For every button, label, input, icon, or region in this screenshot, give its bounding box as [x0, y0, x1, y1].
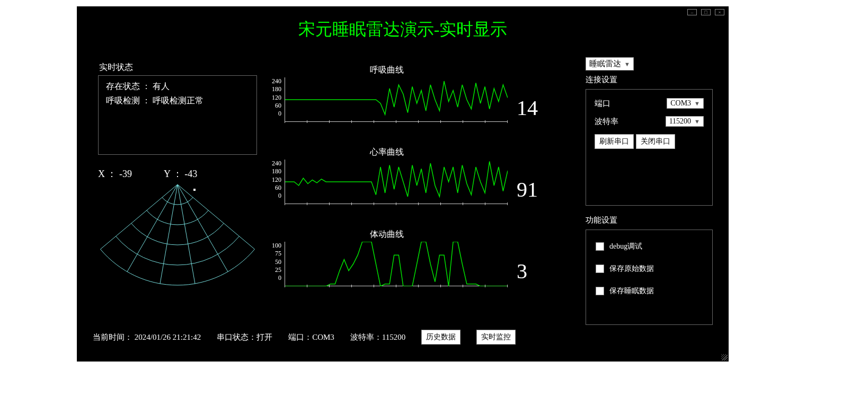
- port-select[interactable]: COM3 ▼: [667, 98, 704, 109]
- svg-line-5: [178, 184, 255, 249]
- baud-value: 115200: [669, 117, 691, 126]
- radar-fan-chart: [98, 179, 257, 290]
- serial-status-label: 串口状态：: [217, 333, 256, 341]
- realtime-status-label: 实时状态: [99, 62, 133, 73]
- save-raw-checkbox-label: 保存原始数据: [609, 264, 654, 274]
- close-serial-button[interactable]: 关闭串口: [636, 134, 675, 149]
- time-label: 当前时间：: [93, 333, 132, 341]
- page-title: 宋元睡眠雷达演示-实时显示: [77, 18, 729, 41]
- status-bar: 当前时间： 2024/01/26 21:21:42 串口状态：打开 端口：COM…: [93, 330, 591, 345]
- debug-checkbox[interactable]: [596, 242, 604, 251]
- chevron-down-icon: ▼: [694, 100, 700, 107]
- debug-checkbox-label: debug调试: [609, 242, 642, 251]
- breath-chart: 呼吸曲线 240180120600: [262, 65, 511, 134]
- heart-chart-title: 心率曲线: [262, 147, 511, 158]
- chevron-down-icon: ▼: [624, 61, 630, 67]
- svg-rect-6: [193, 189, 196, 191]
- breath-value: 14: [517, 95, 559, 120]
- baud-select[interactable]: 115200 ▼: [666, 116, 704, 127]
- minimize-button[interactable]: –: [687, 9, 697, 15]
- serial-status-value: 打开: [256, 333, 272, 341]
- resize-grip-icon[interactable]: [721, 354, 728, 360]
- y-value: -43: [184, 169, 197, 179]
- port-label: 端口: [595, 99, 610, 109]
- save-sleep-checkbox-label: 保存睡眠数据: [609, 286, 654, 296]
- x-label: X ：: [98, 169, 117, 179]
- close-button[interactable]: ×: [715, 9, 724, 15]
- statusbar-port-value: COM3: [312, 333, 334, 341]
- statusbar-port-label: 端口：: [288, 333, 312, 341]
- maximize-button[interactable]: □: [701, 9, 711, 15]
- save-raw-checkbox-row: 保存原始数据: [596, 264, 703, 274]
- save-sleep-checkbox-row: 保存睡眠数据: [596, 286, 703, 296]
- save-raw-checkbox[interactable]: [596, 265, 604, 273]
- port-value: COM3: [670, 99, 691, 108]
- mode-select-value: 睡眠雷达: [589, 59, 621, 69]
- breath-detect-value: 呼吸检测正常: [153, 96, 203, 105]
- motion-chart-title: 体动曲线: [262, 229, 511, 240]
- chevron-down-icon: ▼: [694, 118, 700, 125]
- statusbar-baud-label: 波特率：: [350, 333, 382, 341]
- mode-select[interactable]: 睡眠雷达 ▼: [586, 57, 634, 71]
- motion-yaxis: 1007550250: [262, 242, 284, 282]
- heart-yaxis: 240180120600: [262, 160, 284, 200]
- motion-value: 3: [517, 259, 559, 284]
- connection-settings-label: 连接设置: [586, 75, 723, 85]
- heart-chart: 心率曲线 240180120600: [262, 147, 511, 216]
- debug-checkbox-row: debug调试: [596, 242, 703, 251]
- baud-label: 波特率: [595, 117, 618, 127]
- refresh-serial-button[interactable]: 刷新串口: [595, 134, 634, 149]
- statusbar-baud-value: 115200: [382, 333, 405, 341]
- breath-chart-title: 呼吸曲线: [262, 65, 511, 76]
- svg-line-0: [100, 184, 178, 249]
- y-label: Y ：: [164, 169, 182, 179]
- function-settings-label: 功能设置: [586, 215, 723, 225]
- presence-value: 有人: [153, 82, 170, 91]
- presence-label: 存在状态 ：: [106, 82, 150, 91]
- realtime-status-panel: 存在状态 ： 有人 呼吸检测 ： 呼吸检测正常: [98, 75, 257, 155]
- function-settings-panel: debug调试 保存原始数据 保存睡眠数据: [586, 230, 713, 325]
- breath-detect-label: 呼吸检测 ：: [106, 96, 150, 105]
- time-value: 2024/01/26 21:21:42: [135, 333, 201, 341]
- heart-value: 91: [517, 177, 559, 202]
- realtime-monitor-button[interactable]: 实时监控: [476, 330, 516, 345]
- save-sleep-checkbox[interactable]: [596, 287, 604, 295]
- x-value: -39: [119, 169, 132, 179]
- motion-chart: 体动曲线 1007550250: [262, 229, 511, 298]
- breath-yaxis: 240180120600: [262, 77, 284, 118]
- connection-settings-panel: 端口 COM3 ▼ 波特率 115200 ▼ 刷新串口 关闭串口: [586, 89, 713, 206]
- history-data-button[interactable]: 历史数据: [421, 330, 460, 345]
